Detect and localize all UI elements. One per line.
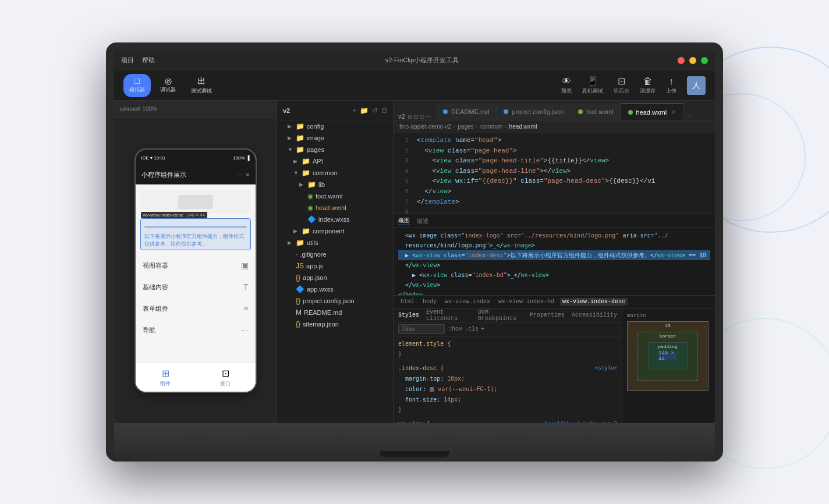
tab-more-btn[interactable]: ··· [683, 112, 694, 120]
styles-filter-hov[interactable]: :hov [448, 326, 462, 332]
user-avatar[interactable]: 人 [687, 76, 706, 95]
tree-item-gitignore[interactable]: ▶ · .gitignore [277, 249, 393, 260]
code-line-4: <view class="page-head-line"></view> [417, 166, 710, 177]
tree-item-component[interactable]: ▶ 📁 component [277, 225, 393, 237]
test-btn[interactable]: 出 测试调试 [185, 74, 218, 97]
tree-item-appjs[interactable]: ▶ JS app.js [277, 260, 393, 272]
tree-item-label: project.config.json [303, 297, 355, 304]
simulator-btn[interactable]: □ 模拟器 [123, 74, 151, 97]
real-machine-action[interactable]: 📱 真机调试 [582, 76, 603, 95]
tree-item-api[interactable]: ▶ 📁 API [277, 155, 393, 167]
phone-close-icon[interactable]: ✕ [245, 172, 250, 178]
phone-nav-1[interactable]: ⊡ 接口 [220, 368, 231, 388]
filetree-new-folder-icon[interactable]: 📁 [360, 107, 369, 115]
tab-label: head.wxml [636, 109, 667, 116]
menu-project[interactable]: 项目 [121, 56, 134, 65]
css-link-1[interactable]: <style> [595, 363, 617, 372]
section-label-1: 基础内容 [143, 283, 168, 292]
tab-project-config[interactable]: project.config.json [497, 104, 571, 120]
styles-tab-styles[interactable]: Styles [398, 312, 419, 318]
el-sel-wx-view-index[interactable]: wx-view.index [442, 298, 493, 306]
devtools-tab-desc[interactable]: 描述 [417, 217, 428, 225]
gitignore-icon: · [296, 250, 297, 258]
debugger-btn[interactable]: ◎ 调试器 [154, 74, 182, 97]
css-selector-1: .index-desc { [398, 365, 444, 371]
styles-filter-cls[interactable]: .cls [465, 326, 479, 332]
devtools-tab-overview[interactable]: 概图 [398, 216, 410, 225]
bc-item-0[interactable]: fino-applet-demo-v2 [399, 123, 451, 130]
styles-tab-properties[interactable]: Properties [530, 312, 565, 318]
css-link-2[interactable]: localfile:/.index.css:2 [544, 419, 617, 423]
window-minimize-btn[interactable] [689, 57, 696, 64]
phone-section-1[interactable]: 基础内容 T [136, 276, 256, 298]
styles-tab-dom-breakpoints[interactable]: DOM Breakpoints [478, 309, 523, 322]
phone-nav-0[interactable]: ⊞ 组件 [160, 368, 171, 388]
tree-item-lib[interactable]: ▶ 📁 lib [277, 179, 393, 190]
tree-item-image[interactable]: ▶ 📁 image [277, 132, 393, 144]
upload-action[interactable]: ↑ 上传 [666, 76, 676, 95]
phone-app-title: 小程序组件展示 [141, 171, 186, 179]
tree-item-label: index.wxss [318, 216, 350, 223]
tree-item-utils[interactable]: ▶ 📁 utils [277, 237, 393, 249]
clear-cache-action[interactable]: 🗑 清缓存 [640, 76, 656, 95]
tree-item-appwxss[interactable]: ▶ 🔷 app.wxss [277, 283, 393, 295]
bm-margin-right-val: - [703, 323, 706, 328]
el-sel-html[interactable]: html [398, 298, 417, 306]
tab-close-icon[interactable]: ✕ [671, 109, 676, 115]
filetree-collapse-icon[interactable]: ⊟ [381, 107, 387, 115]
json-icon: {} [296, 274, 300, 282]
folder-icon: 📁 [296, 145, 304, 154]
styles-filter-add[interactable]: + [481, 326, 484, 332]
cut-backend-action[interactable]: ⊡ 切后台 [614, 76, 629, 95]
tree-item-appjson[interactable]: ▶ {} app.json [277, 272, 393, 283]
phone-section-2[interactable]: 表单组件 ≡ [136, 298, 256, 320]
styles-filter-input[interactable] [398, 324, 445, 334]
el-sel-wx-view-index-hd[interactable]: wx-view.index-hd [496, 298, 557, 306]
bc-item-2[interactable]: common [480, 123, 502, 130]
window-close-btn[interactable] [678, 57, 685, 64]
section-label-3: 导航 [143, 326, 155, 335]
bc-item-3[interactable]: head.wxml [509, 123, 537, 130]
box-model-panel: margin 10 - border [622, 308, 715, 423]
window-maximize-btn[interactable] [701, 57, 708, 64]
code-line-3: <view class="page-head-title">{{title}}<… [417, 156, 710, 166]
tree-item-sitemap[interactable]: ▶ {} sitemap.json [277, 318, 393, 330]
el-line-5: </wx-view> [398, 280, 710, 290]
simulator-header: iphone6 100% [114, 101, 277, 118]
tree-item-index-wxss[interactable]: ▶ 🔷 index.wxss [277, 214, 393, 225]
phone-more-icon[interactable]: ··· [238, 172, 242, 178]
css-closing-0: } [398, 351, 402, 357]
styles-tab-event-listeners[interactable]: Event Listeners [426, 309, 471, 322]
preview-action[interactable]: 👁 预览 [561, 76, 572, 95]
tab-dot [628, 110, 633, 115]
css-selector-2: wx-view { [398, 421, 430, 423]
tree-item-pages[interactable]: ▼ 📁 pages [277, 144, 393, 155]
tree-item-readme[interactable]: ▶ M README.md [277, 307, 393, 318]
tree-item-project-config[interactable]: ▶ {} project.config.json [277, 295, 393, 307]
css-selector-0: element.style { [398, 340, 451, 347]
el-line-2: ▶ <wx-view class="index-desc">以下将展示小程序官方… [398, 250, 710, 260]
el-sel-wx-view-index-desc[interactable]: wx-view.index-desc [560, 298, 628, 306]
tree-item-common[interactable]: ▼ 📁 common [277, 167, 393, 179]
folder-icon: 📁 [296, 239, 304, 247]
tab-head-wxml[interactable]: head.wxml ✕ [621, 104, 684, 120]
tree-item-foot-wxml[interactable]: ▶ ◉ foot.wxml [277, 190, 393, 202]
menu-help[interactable]: 帮助 [142, 56, 155, 65]
toolbar-mode-buttons: □ 模拟器 ◎ 调试器 出 测试调试 [123, 74, 218, 97]
tab-foot-wxml[interactable]: foot.wxml [571, 104, 621, 120]
preview-label: 预览 [561, 87, 572, 95]
tab-readme[interactable]: README.md [436, 104, 497, 120]
phone-section-3[interactable]: 导航 ··· [136, 320, 256, 341]
tree-item-config[interactable]: ▶ 📁 config [277, 120, 393, 132]
wxml-icon: ◉ [307, 192, 313, 200]
section-icon-3: ··· [242, 325, 249, 335]
filetree-refresh-icon[interactable]: ↺ [372, 107, 378, 115]
phone-section-0[interactable]: 视图容器 ▣ [136, 255, 256, 276]
debugger-icon: ◎ [165, 76, 172, 86]
bc-item-1[interactable]: pages [458, 123, 473, 130]
filetree-new-file-icon[interactable]: + [352, 107, 356, 115]
el-sel-body[interactable]: body [420, 298, 439, 306]
laptop-screen: 项目 帮助 v2-FinClip小程序开发工具 □ 模拟器 ◎ 调试器 [114, 51, 715, 423]
tree-item-head-wxml[interactable]: ▶ ◉ head.wxml [277, 202, 393, 214]
styles-tab-accessibility[interactable]: Accessibility [572, 312, 617, 318]
